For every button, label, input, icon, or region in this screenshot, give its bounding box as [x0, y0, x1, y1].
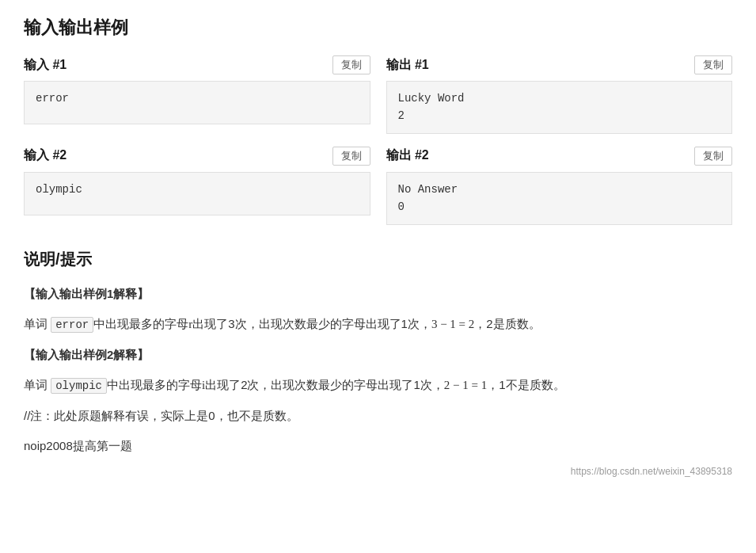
- input-label-2: 输入 #2: [24, 147, 66, 164]
- output-content-1: Lucky Word 2: [386, 81, 733, 134]
- ex2-title-text: 【输入输出样例2解释】: [24, 348, 149, 361]
- ex2-formula: 2 − 1 = 1: [444, 379, 487, 391]
- output-label-row-2: 输出 #2 复制: [386, 147, 733, 166]
- ex2-code: olympic: [51, 378, 107, 394]
- output-label-1: 输出 #1: [386, 57, 429, 74]
- copy-output-2-button[interactable]: 复制: [694, 147, 732, 166]
- ex1-formula: 3 − 1 = 2: [431, 318, 474, 330]
- ex1-code: error: [51, 317, 93, 333]
- section2-title: 说明/提示: [24, 249, 732, 270]
- explanation-block2-body: 单词 olympic中出现最多的字母i出现了2次，出现次数最少的字母出现了1次，…: [24, 374, 732, 397]
- explanation-block1-title: 【输入输出样例1解释】: [24, 283, 732, 306]
- copy-input-2-button[interactable]: 复制: [332, 147, 370, 166]
- input-label-1: 输入 #1: [24, 57, 66, 74]
- copy-input-1-button[interactable]: 复制: [332, 55, 370, 74]
- input-content-1: error: [24, 81, 370, 124]
- output-block-2: 输出 #2 复制 No Answer 0: [386, 147, 733, 225]
- ex1-text3: ，2是质数。: [474, 317, 540, 330]
- ex2-prefix: 单词: [24, 378, 51, 391]
- input-block-1: 输入 #1 复制 error: [24, 55, 370, 134]
- explanation-section: 【输入输出样例1解释】 单词 error中出现最多的字母r出现了3次，出现次数最…: [24, 283, 732, 458]
- input-block-2: 输入 #2 复制 olympic: [24, 147, 370, 225]
- ex1-title-text: 【输入输出样例1解释】: [24, 287, 149, 300]
- input-label-row-2: 输入 #2 复制: [24, 147, 370, 166]
- io-grid: 输入 #1 复制 error 输出 #1 复制 Lucky Word 2 输入 …: [24, 55, 732, 225]
- output-content-2: No Answer 0: [386, 172, 733, 225]
- ex2-text1: 中出现最多的字母: [107, 378, 202, 391]
- ex2-text2: 出现了2次，出现次数最少的字母出现了1次，: [205, 378, 444, 391]
- output-label-row-1: 输出 #1 复制: [386, 55, 733, 74]
- ex1-text1: 中出现最多的字母: [93, 317, 188, 330]
- footer-text: noip2008提高第一题: [24, 435, 732, 458]
- output-label-2: 输出 #2: [386, 147, 429, 164]
- note-text: //注：此处原题解释有误，实际上是0，也不是质数。: [24, 405, 732, 428]
- url-note: https://blog.csdn.net/weixin_43895318: [24, 466, 732, 477]
- ex2-text3: ，1不是质数。: [487, 378, 564, 391]
- copy-output-1-button[interactable]: 复制: [694, 55, 732, 74]
- ex1-text2: 出现了3次，出现次数最少的字母出现了1次，: [192, 317, 431, 330]
- section1-title: 输入输出样例: [24, 16, 732, 40]
- input-label-row-1: 输入 #1 复制: [24, 55, 370, 74]
- explanation-block1-body: 单词 error中出现最多的字母r出现了3次，出现次数最少的字母出现了1次，3 …: [24, 313, 732, 336]
- output-block-1: 输出 #1 复制 Lucky Word 2: [386, 55, 733, 134]
- explanation-block2-title: 【输入输出样例2解释】: [24, 344, 732, 367]
- input-content-2: olympic: [24, 172, 370, 215]
- ex1-prefix: 单词: [24, 317, 51, 330]
